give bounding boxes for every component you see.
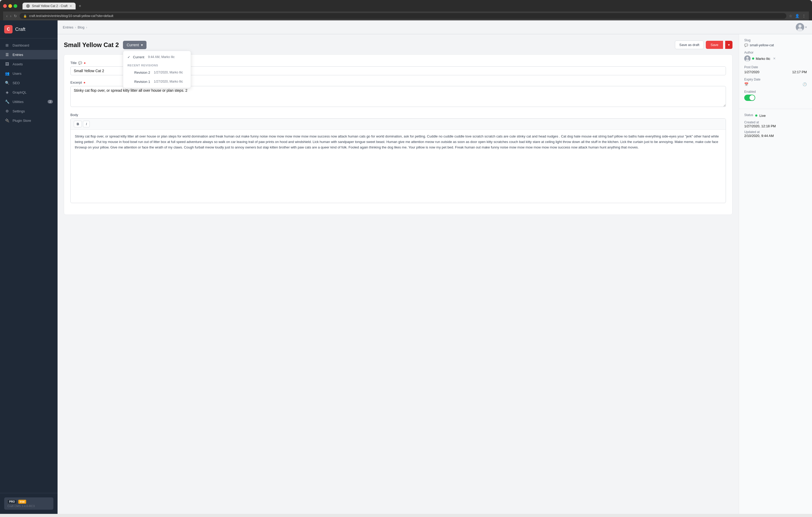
sidebar-item-plugin-store[interactable]: 🔌 Plugin Store [0,116,58,125]
revision-dropdown-wrapper: Current ▾ ✓ Current 9:44 AM, Marko Ilic … [123,41,146,49]
pro-tag: PRO [7,499,17,504]
utilities-badge: 2 [48,100,53,103]
assets-icon: 🖼 [5,62,9,66]
sidebar-item-label: Assets [12,62,23,66]
entry-title: Small Yellow Cat 2 [64,41,119,49]
sidebar-item-assets[interactable]: 🖼 Assets [0,59,58,69]
post-time-value[interactable]: 12:17 PM [792,70,807,74]
save-arrow-button[interactable]: ▾ [725,41,732,49]
back-button[interactable]: ‹ [6,14,7,18]
excerpt-input[interactable] [70,86,726,107]
user-dropdown-arrow[interactable]: ▾ [805,25,807,29]
author-label: Author [744,51,807,54]
action-buttons: Save as draft Save ▾ [675,40,732,49]
save-button[interactable]: Save [706,41,723,49]
dashboard-icon: ⊞ [5,43,9,47]
breadcrumb: Entries › Blog › [63,25,87,29]
slug-icon: 💬 [744,43,748,47]
sidebar-item-dashboard[interactable]: ⊞ Dashboard [0,40,58,50]
breadcrumb-sep2: › [86,25,87,29]
sidebar-item-label: GraphQL [12,90,26,94]
toggle-knob [750,95,755,100]
revision-dropdown-button[interactable]: Current ▾ [123,41,146,49]
post-date-field: Post Date 1/27/2020 12:17 PM [744,65,807,74]
author-remove-button[interactable]: ✕ [773,57,776,60]
url-text: craft.test/admin/entries/blog/10-small-y… [29,14,113,18]
sidebar-item-entries[interactable]: ☰ Entries [0,50,58,59]
tab-title: Small Yellow Cat 2 - Craft [32,4,67,8]
sidebar-item-label: Entries [12,53,23,57]
author-name: Marko Ilic [756,57,771,61]
sidebar: C Craft ⊞ Dashboard ☰ Entries 🖼 Assets 👥… [0,20,58,514]
italic-button[interactable]: I [83,121,90,127]
status-section: Status Live Created at 1/27/2020, 12:18 … [739,109,812,144]
slug-value[interactable]: small-yellow-cat [750,43,774,47]
main-content: Entries › Blog › ▾ [58,20,812,514]
clock-icon[interactable]: 🕐 [803,82,807,86]
revision1-meta: 1/27/2020, Marko Ilic [154,80,183,83]
traffic-light-red[interactable] [3,4,7,8]
user-avatar[interactable] [796,23,804,31]
sidebar-logo: C Craft [0,20,58,38]
editor-content[interactable]: Stinky cat flop over, or spread kitty li… [70,130,726,203]
menu-button[interactable]: ⋮ [802,14,806,18]
calendar-icon[interactable]: 📅 [744,82,748,86]
dropdown-item-revision-1[interactable]: Revision 1 1/27/2020, Marko Ilic [123,77,191,86]
sidebar-footer: PRO trial Craft CMS 3.4.0-RC3 [0,493,58,514]
logo-box: C [4,25,12,33]
sidebar-item-label: Settings [12,109,25,113]
sidebar-item-label: Utilities [12,100,24,104]
sidebar-item-settings[interactable]: ⚙ Settings [0,107,58,116]
body-editor: B I Stinky cat flop over, or spread kitt… [70,118,726,203]
reload-button[interactable]: ↻ [14,14,17,18]
bookmark-button[interactable]: ☆ [789,14,792,18]
post-date-value[interactable]: 1/27/2020 [744,70,759,74]
tab-close-button[interactable]: ✕ [69,4,72,8]
enabled-toggle[interactable] [744,95,755,101]
sidebar-item-label: Plugin Store [12,119,31,123]
address-bar[interactable]: 🔒 craft.test/admin/entries/blog/10-small… [20,13,786,19]
slug-value-row: 💬 small-yellow-cat [744,43,807,47]
traffic-light-yellow[interactable] [8,4,12,8]
form-panel: Small Yellow Cat 2 Current ▾ ✓ Current [58,34,739,514]
save-chevron-icon: ▾ [728,43,730,47]
body-label: Body [70,113,726,117]
entries-icon: ☰ [5,53,9,57]
traffic-light-green[interactable] [13,4,17,8]
breadcrumb-blog[interactable]: Blog [78,25,85,29]
revision-btn-chevron: ▾ [141,43,143,47]
dropdown-item-revision-2[interactable]: Revision 2 1/27/2020, Marko Ilic [123,68,191,77]
enabled-label: Enabled [744,90,807,94]
created-at-row: Created at 1/27/2020, 12:18 PM [744,121,807,128]
expiry-date-value-row: 📅 🕐 [744,82,807,86]
updated-at-label: Updated at [744,130,807,134]
sidebar-item-users[interactable]: 👥 Users [0,69,58,78]
live-dot [755,115,757,117]
author-value-row: Marko Ilic ✕ [744,55,807,62]
dropdown-current-meta: 9:44 AM, Marko Ilic [148,55,175,59]
sidebar-item-label: SEO [12,81,20,85]
created-at-value: 1/27/2020, 12:18 PM [744,124,807,128]
updated-at-value: 2/10/2020, 9:44 AM [744,134,807,138]
sidebar-item-graphql[interactable]: ◈ GraphQL [0,88,58,97]
save-draft-button[interactable]: Save as draft [675,40,704,49]
breadcrumb-sep: › [75,25,76,29]
browser-tab-active[interactable]: Small Yellow Cat 2 - Craft ✕ [23,3,76,9]
sidebar-item-utilities[interactable]: 🔧 Utilities 2 [0,97,58,107]
dropdown-current-label: Current [133,55,144,59]
created-at-label: Created at [744,121,807,124]
forward-button[interactable]: › [10,14,11,18]
revision2-meta: 1/27/2020, Marko Ilic [154,70,183,74]
top-bar: Entries › Blog › ▾ [58,20,812,34]
tab-favicon [26,4,30,8]
entry-header: Small Yellow Cat 2 Current ▾ ✓ Current [64,40,732,49]
breadcrumb-entries[interactable]: Entries [63,25,73,29]
editor-toolbar: B I [70,119,726,130]
profile-button[interactable]: 👤 [795,14,800,18]
sidebar-item-seo[interactable]: 🔍 SEO [0,78,58,88]
seo-icon: 🔍 [5,81,9,85]
updated-at-row: Updated at 2/10/2020, 9:44 AM [744,130,807,138]
new-tab-button[interactable]: + [77,3,83,9]
bold-button[interactable]: B [74,121,82,127]
dropdown-item-current[interactable]: ✓ Current 9:44 AM, Marko Ilic [123,53,191,62]
